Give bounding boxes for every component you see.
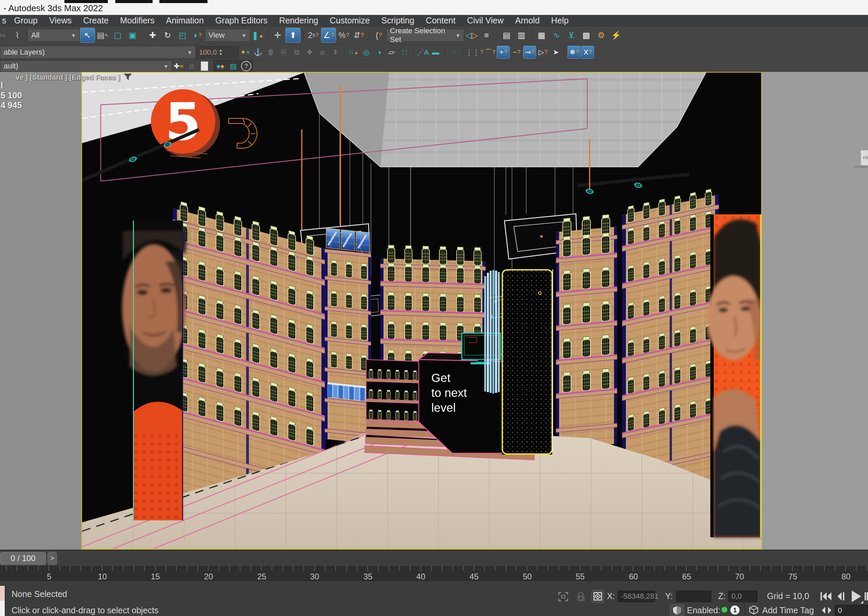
render-production-button[interactable]: ⚡: [609, 28, 623, 42]
next-key-button[interactable]: >: [47, 552, 57, 565]
anim-layers-dropdown[interactable]: able Layers)▼: [0, 46, 196, 59]
mirror-button[interactable]: ◁▷: [465, 28, 479, 42]
rectangular-selection-region-button[interactable]: ▢: [111, 28, 125, 42]
track-bar[interactable]: 5 10 15 20 25 30 35 40 45 50 55 60 65 70…: [0, 566, 868, 582]
paste-layer-icon[interactable]: ⧉: [291, 46, 303, 58]
render-setup-button[interactable]: ⚙: [594, 28, 608, 42]
right-viewport-area[interactable]: [762, 72, 868, 550]
lasso-help-icon[interactable]: ⌒?: [484, 46, 496, 58]
maxscript-mini-listener-pink[interactable]: [0, 586, 5, 601]
paint-icon[interactable]: ◑: [373, 46, 385, 58]
schematic-view-button[interactable]: ⊻: [564, 28, 578, 42]
selection-filter-dropdown[interactable]: All▼: [27, 29, 80, 42]
viewcube[interactable]: FRON: [860, 150, 868, 165]
create-layer-button[interactable]: ✚≋: [172, 60, 185, 72]
window-crossing-toggle-button[interactable]: ▣: [125, 28, 140, 42]
viewport-label-text[interactable]: ve ] [Standard ] [Edged Faces ]: [16, 73, 120, 82]
angle-snap-toggle-button[interactable]: ∠?: [321, 28, 336, 43]
menu-item-content[interactable]: Content: [420, 15, 461, 26]
menu-item-civil-view[interactable]: Civil View: [461, 15, 509, 26]
use-pivot-point-button[interactable]: ❚▲: [251, 28, 265, 42]
spinner-snap-toggle-button[interactable]: ⇵?: [352, 28, 366, 42]
keyboard-shortcut-override-button[interactable]: ⬆: [285, 28, 301, 43]
previous-frame-button[interactable]: [835, 591, 846, 602]
select-layer-objects-icon[interactable]: ⚓: [252, 46, 264, 58]
z-coordinate-field[interactable]: 0,0: [728, 591, 757, 602]
add-time-tag[interactable]: Add Time Tag: [762, 605, 814, 615]
populate-trees-icon[interactable]: ♠♠: [214, 60, 227, 72]
add-layer-icon[interactable]: ✚: [304, 46, 316, 58]
select-and-scale-button[interactable]: ◰: [175, 28, 190, 42]
enable-anim-layers-button[interactable]: ✦≋: [239, 46, 251, 58]
curve-editor-button[interactable]: ∿: [549, 28, 564, 42]
dotted-rows-icon[interactable]: ⋮⋮?: [465, 46, 483, 58]
toggle-scene-explorer-button[interactable]: ▤: [500, 28, 514, 42]
select-and-move-button[interactable]: ✚: [146, 28, 160, 42]
dotted-circle-icon[interactable]: ◌: [448, 46, 460, 58]
unlink-selection-icon[interactable]: ⌇: [10, 28, 24, 42]
align-button[interactable]: ≡: [479, 28, 494, 42]
named-selection-sets-dropdown[interactable]: Create Selection Set▼: [386, 29, 464, 42]
menu-item-modifiers[interactable]: Modifiers: [114, 15, 160, 26]
pick-cursor-icon[interactable]: ➤: [550, 46, 562, 58]
next-frame-button-clipped[interactable]: [865, 591, 868, 602]
color-swatch[interactable]: [198, 60, 211, 72]
filter-funnel-icon[interactable]: [124, 73, 132, 82]
menu-item-views[interactable]: Views: [43, 15, 77, 26]
menu-item-help[interactable]: Help: [545, 15, 574, 26]
select-and-place-button[interactable]: ◗?: [190, 28, 204, 42]
menu-item-group[interactable]: Group: [8, 15, 43, 26]
help-circle-icon[interactable]: ?: [240, 60, 252, 72]
y-coordinate-field[interactable]: [676, 591, 711, 602]
layer-weight-spinner[interactable]: 100,0 ▲▼: [196, 46, 239, 58]
x-coordinate-field[interactable]: -58348,281: [618, 591, 655, 602]
menu-item-graph-editors[interactable]: Graph Editors: [210, 15, 273, 26]
selection-region-icon[interactable]: [558, 591, 569, 602]
go-to-start-button[interactable]: [819, 591, 833, 602]
select-and-manipulate-button[interactable]: ✛: [271, 28, 285, 42]
select-by-name-button[interactable]: ▤↖: [96, 28, 110, 42]
measure-icon[interactable]: ▬: [429, 46, 442, 58]
time-tag-cube-icon[interactable]: [749, 605, 759, 615]
layer-stack-icon[interactable]: ⧄: [185, 60, 198, 72]
select-object-button[interactable]: ↖: [80, 28, 95, 43]
link-help-button[interactable]: ⊸?: [523, 46, 536, 59]
snap-dots-icon[interactable]: ⁙▲: [347, 46, 359, 58]
reference-coordinate-dropdown[interactable]: View▼: [205, 29, 250, 42]
selection-lock-icon[interactable]: [576, 591, 586, 602]
menu-item-arnold[interactable]: Arnold: [509, 15, 545, 26]
maxscript-mini-listener-white[interactable]: [0, 601, 5, 616]
percent-snap-toggle-button[interactable]: %?: [337, 28, 351, 42]
collapse-layer-icon[interactable]: ⧈: [316, 46, 329, 58]
time-slider-handle[interactable]: 0 / 100: [0, 552, 46, 565]
grid-abc-icon[interactable]: ⋰A: [417, 46, 429, 58]
menu-item-create[interactable]: Create: [77, 15, 114, 26]
eraser-icon[interactable]: ▱▪: [386, 46, 398, 58]
menu-item-scripting[interactable]: Scripting: [376, 15, 420, 26]
edit-named-selection-sets-button[interactable]: {?: [371, 28, 386, 42]
menu-item-rendering[interactable]: Rendering: [273, 15, 324, 26]
shield-isolate-icon[interactable]: [670, 604, 684, 616]
select-and-rotate-button[interactable]: ↻: [160, 28, 175, 42]
delete-layer-icon[interactable]: 🗑: [265, 46, 277, 58]
left-viewport-area[interactable]: [0, 72, 81, 550]
query-cursor-icon[interactable]: ▷?: [537, 46, 549, 58]
add-help-button[interactable]: +?: [497, 46, 509, 59]
material-editor-button[interactable]: ▩: [579, 28, 593, 42]
current-layer-dropdown[interactable]: ault)▼: [0, 60, 172, 72]
freeze-help-button[interactable]: ❄?: [567, 46, 580, 59]
layer-properties-icon[interactable]: ⇞: [329, 46, 342, 58]
toggle-layer-explorer-button[interactable]: ▥: [514, 28, 529, 42]
grid-align-icon[interactable]: ⸬: [399, 46, 411, 58]
snaps-toggle-button[interactable]: 25?: [306, 28, 320, 42]
snap-target-icon[interactable]: ◎: [360, 46, 372, 58]
absolute-mode-transform-button[interactable]: [591, 590, 604, 603]
copy-layer-icon[interactable]: ⎘: [278, 46, 290, 58]
toggle-ribbon-button[interactable]: ▦: [534, 28, 548, 42]
frame-spinner-arrows[interactable]: [821, 606, 833, 614]
spinner-arrows-icon[interactable]: ▲▼: [219, 49, 223, 56]
document-notes-icon[interactable]: ▤: [227, 60, 240, 72]
play-animation-button[interactable]: [848, 589, 863, 603]
select-and-link-icon[interactable]: ∾: [0, 28, 9, 42]
viewport-label[interactable]: ve ] [Standard ] [Edged Faces ]: [16, 73, 132, 82]
